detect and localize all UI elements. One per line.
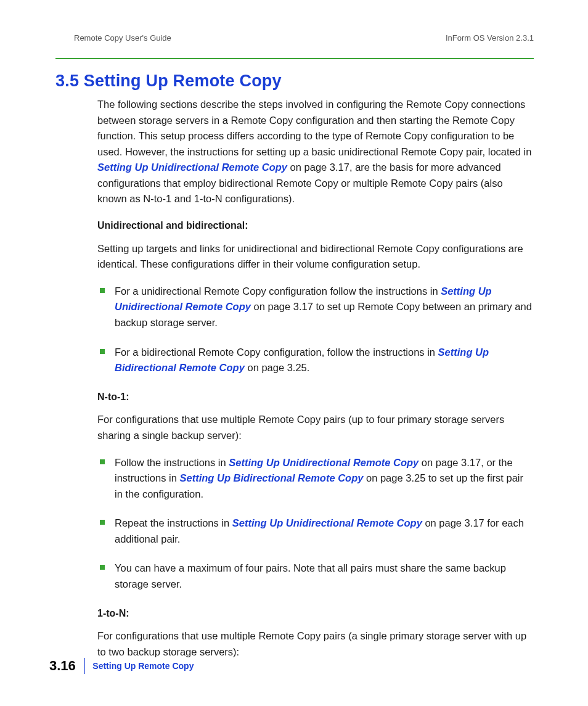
unibi-list: For a unidirectional Remote Copy configu… xyxy=(97,284,534,376)
footer-separator xyxy=(84,658,86,674)
intro-paragraph: The following sections describe the step… xyxy=(97,97,534,207)
body: The following sections describe the step… xyxy=(97,97,534,660)
list-item: Follow the instructions in Setting Up Un… xyxy=(97,455,534,503)
list-item: Repeat the instructions in Setting Up Un… xyxy=(97,515,534,547)
li-text: Follow the instructions in xyxy=(115,457,229,468)
page-ref: on page 3.17 xyxy=(287,162,349,173)
1ton-para: For configurations that use multiple Rem… xyxy=(97,628,534,660)
intro-text: The following sections describe the step… xyxy=(97,99,531,157)
list-item: For a unidirectional Remote Copy configu… xyxy=(97,284,534,331)
page-number: 3.16 xyxy=(49,658,84,674)
li-text: For a unidirectional Remote Copy configu… xyxy=(115,285,441,297)
page-ref: on page 3.17 xyxy=(419,457,481,468)
nto1-para: For configurations that use multiple Rem… xyxy=(97,412,534,443)
section-heading: 3.5 Setting Up Remote Copy xyxy=(55,72,534,91)
header-left: Remote Copy User's Guide xyxy=(74,33,171,43)
page-ref: on page 3.25 xyxy=(245,362,307,373)
unibi-para: Setting up targets and links for unidire… xyxy=(97,241,534,273)
header-rule xyxy=(55,58,534,59)
page-ref: on page 3.25 xyxy=(363,472,425,483)
li-text-after: . xyxy=(307,362,310,373)
footer: 3.16 Setting Up Remote Copy xyxy=(49,658,194,674)
list-item: For a bidirectional Remote Copy configur… xyxy=(97,345,534,376)
list-item: You can have a maximum of four pairs. No… xyxy=(97,560,534,592)
link-unidirectional-setup[interactable]: Setting Up Unidirectional Remote Copy xyxy=(232,517,422,528)
subhead-nto1: N-to-1: xyxy=(97,390,534,405)
li-text: You can have a maximum of four pairs. No… xyxy=(115,562,506,589)
li-text: Repeat the instructions in xyxy=(115,517,232,528)
subhead-unibi: Unidirectional and bidirectional: xyxy=(97,218,534,234)
content-area: 3.5 Setting Up Remote Copy The following… xyxy=(55,72,534,671)
running-header: Remote Copy User's Guide InForm OS Versi… xyxy=(74,33,534,43)
page-ref: on page 3.17 xyxy=(422,517,484,528)
footer-section-title: Setting Up Remote Copy xyxy=(92,661,194,671)
page-ref: on page 3.17 xyxy=(251,301,313,312)
header-right: InForm OS Version 2.3.1 xyxy=(446,33,534,43)
link-bidirectional-setup[interactable]: Setting Up Bidirectional Remote Copy xyxy=(179,472,363,483)
link-unidirectional-setup[interactable]: Setting Up Unidirectional Remote Copy xyxy=(229,457,419,468)
link-unidirectional-setup[interactable]: Setting Up Unidirectional Remote Copy xyxy=(97,162,287,173)
li-text: For a bidirectional Remote Copy configur… xyxy=(115,347,438,358)
page: Remote Copy User's Guide InForm OS Versi… xyxy=(0,0,588,706)
nto1-list: Follow the instructions in Setting Up Un… xyxy=(97,455,534,593)
subhead-1ton: 1-to-N: xyxy=(97,606,534,622)
